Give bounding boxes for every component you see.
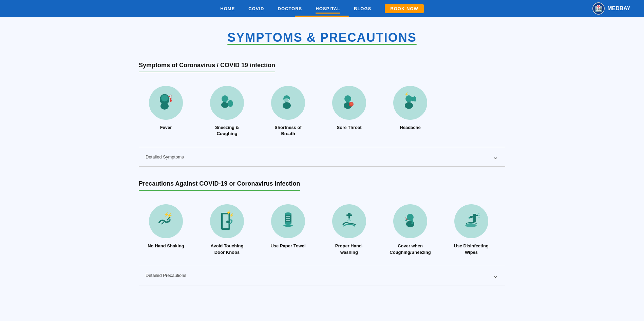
logo: 🏥 MEDBAY (592, 2, 630, 15)
headache-icon: ⚡ (399, 92, 421, 114)
nav-covid[interactable]: COVID (248, 5, 264, 12)
detailed-precautions-row[interactable]: Detailed Precautions ⌄ (139, 266, 505, 285)
precautions-section: Precautions Against COVID-19 or Coronavi… (139, 180, 505, 285)
symptom-headache-label: Headache (400, 125, 420, 131)
precautions-section-title: Precautions Against COVID-19 or Coronavi… (139, 180, 300, 191)
breath-icon-circle (271, 86, 305, 120)
svg-point-42 (285, 222, 291, 225)
svg-rect-47 (346, 214, 352, 216)
svg-point-18 (283, 102, 291, 109)
svg-point-41 (285, 212, 291, 215)
svg-rect-29 (412, 97, 414, 101)
detailed-precautions-label: Detailed Precautions (146, 273, 186, 278)
wipes-icon-circle (454, 204, 488, 238)
svg-rect-11 (228, 101, 230, 106)
svg-point-14 (226, 101, 227, 103)
symptom-throat: Sore Throat (329, 86, 370, 137)
svg-line-60 (477, 213, 479, 214)
precautions-icons-row: ⚡ ⚡ No Hand Shaking (139, 204, 505, 255)
svg-text:⚡: ⚡ (164, 212, 169, 217)
main-content: SYMPTOMS & PRECAUTIONS Symptoms of Coron… (118, 17, 526, 313)
svg-line-61 (478, 215, 480, 216)
symptom-headache: ⚡ Headache (390, 86, 431, 137)
svg-rect-48 (348, 216, 350, 219)
svg-point-21 (289, 100, 290, 101)
precaution-wipes: Use Disinfecting Wipes (451, 204, 492, 255)
svg-rect-30 (414, 96, 415, 101)
symptoms-section: Symptoms of Coronavirus / COVID 19 infec… (139, 62, 505, 167)
precaution-handshake: ⚡ ⚡ No Hand Shaking (146, 204, 186, 255)
svg-point-49 (348, 219, 350, 221)
svg-rect-31 (415, 97, 416, 101)
page-title: SYMPTOMS & PRECAUTIONS (139, 31, 505, 45)
detailed-symptoms-row[interactable]: Detailed Symptoms ⌄ (139, 147, 505, 167)
throat-icon-circle (332, 86, 366, 120)
svg-point-20 (288, 101, 289, 102)
precaution-handwash: Proper Hand-washing (329, 204, 370, 255)
svg-point-19 (284, 98, 290, 102)
svg-rect-46 (348, 213, 351, 214)
svg-point-7 (170, 100, 172, 102)
svg-point-50 (347, 220, 348, 221)
svg-rect-59 (475, 215, 478, 216)
active-underline (295, 16, 349, 17)
svg-rect-57 (470, 216, 473, 218)
fever-icon (155, 92, 177, 114)
precaution-cough-cover: Cover when Coughing/Sneezing (390, 204, 431, 255)
symptom-fever: Fever (146, 86, 186, 137)
precaution-doorknob: ⚡ ⚡ Avoid Touching Door Knobs (207, 204, 247, 255)
nav-book-now[interactable]: BOOK NOW (385, 5, 423, 12)
svg-rect-56 (473, 214, 476, 222)
svg-point-22 (288, 99, 289, 100)
precaution-handwash-label: Proper Hand-washing (329, 243, 370, 255)
symptom-breath: Shortness of Breath (268, 86, 308, 137)
svg-point-9 (221, 102, 229, 108)
detailed-symptoms-label: Detailed Symptoms (146, 154, 184, 159)
fever-icon-circle (149, 86, 183, 120)
breath-icon (277, 92, 299, 114)
svg-point-1 (161, 95, 168, 101)
throat-icon (338, 92, 360, 114)
precaution-handshake-label: No Hand Shaking (148, 243, 184, 249)
symptoms-chevron-icon: ⌄ (493, 153, 498, 161)
symptom-throat-label: Sore Throat (337, 125, 362, 131)
nav-links: HOME COVID DOCTORS HOSPITAL BLOGS BOOK N… (220, 5, 423, 12)
svg-text:⚡: ⚡ (226, 210, 231, 215)
sneeze-icon (216, 92, 238, 114)
svg-point-37 (226, 221, 229, 223)
logo-text: MEDBAY (607, 5, 630, 12)
svg-point-16 (228, 99, 229, 100)
cough-cover-icon (399, 210, 421, 232)
wipes-icon (460, 210, 482, 232)
svg-point-28 (405, 102, 413, 109)
papertowel-icon (277, 210, 299, 232)
logo-icon: 🏥 (592, 2, 605, 15)
symptom-breath-label: Shortness of Breath (268, 125, 308, 137)
svg-point-54 (406, 219, 408, 220)
svg-point-26 (350, 103, 353, 106)
precaution-doorknob-label: Avoid Touching Door Knobs (207, 243, 247, 255)
svg-point-27 (405, 95, 412, 102)
precaution-cough-label: Cover when Coughing/Sneezing (390, 243, 431, 255)
no-handshake-icon: ⚡ ⚡ (155, 210, 177, 232)
svg-text:⚡: ⚡ (404, 92, 409, 96)
symptom-fever-label: Fever (160, 125, 172, 131)
svg-rect-13 (231, 101, 232, 106)
symptoms-icons-row: Fever (139, 86, 505, 137)
headache-icon-circle: ⚡ (393, 86, 427, 120)
sneeze-icon-circle (210, 86, 244, 120)
svg-point-15 (227, 100, 228, 101)
precautions-chevron-icon: ⌄ (493, 271, 498, 280)
nav-blogs[interactable]: BLOGS (354, 5, 371, 12)
symptom-sneeze-label: Sneezing & Coughing (207, 125, 247, 137)
nav-home[interactable]: HOME (220, 5, 235, 12)
handwash-icon-circle (332, 204, 366, 238)
handwash-icon (338, 210, 360, 232)
nav-doctors[interactable]: DOCTORS (278, 5, 302, 12)
nav-hospital[interactable]: HOSPITAL (316, 5, 340, 12)
svg-point-4 (160, 103, 169, 110)
doorknob-icon-circle: ⚡ ⚡ (210, 204, 244, 238)
precaution-papertowel: Use Paper Towel (268, 204, 308, 255)
svg-point-55 (405, 218, 406, 219)
symptom-sneeze: Sneezing & Coughing (207, 86, 247, 137)
